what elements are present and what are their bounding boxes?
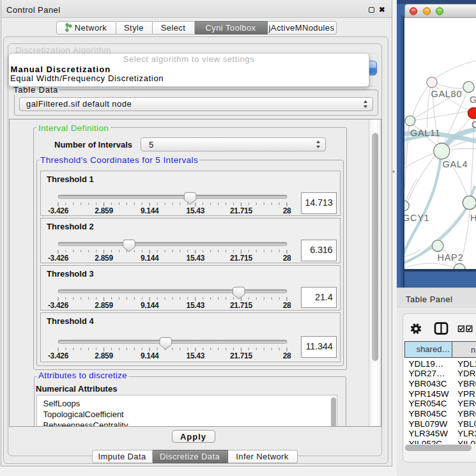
svg-text:15.43: 15.43 [187,254,205,263]
svg-text:C: C [472,119,476,130]
svg-text:21.715: 21.715 [230,206,253,215]
svg-text:9.144: 9.144 [141,301,159,310]
svg-text:2.859: 2.859 [95,351,113,360]
svg-text:2.859: 2.859 [95,301,113,310]
svg-text:GCY1: GCY1 [404,213,429,223]
svg-text:15.43: 15.43 [187,301,205,310]
svg-text:28: 28 [283,301,291,310]
svg-text:GAL4: GAL4 [442,159,468,169]
svg-text:9.144: 9.144 [141,351,159,360]
svg-text:9.144: 9.144 [141,254,159,263]
svg-text:21.715: 21.715 [230,301,253,310]
svg-text:-3.426: -3.426 [48,351,69,360]
svg-text:28: 28 [283,351,291,360]
svg-text:2.859: 2.859 [95,254,113,263]
svg-text:-3.426: -3.426 [48,206,69,215]
svg-text:GAL80: GAL80 [431,89,462,99]
svg-text:-3.426: -3.426 [48,301,69,310]
svg-text:-3.426: -3.426 [48,254,69,263]
svg-text:21.715: 21.715 [230,351,253,360]
svg-text:15.43: 15.43 [187,206,205,215]
svg-text:H: H [470,213,476,223]
svg-text:15.43: 15.43 [187,351,205,360]
svg-text:9.144: 9.144 [141,206,159,215]
svg-text:GAL11: GAL11 [410,128,441,138]
svg-text:2.859: 2.859 [95,206,113,215]
svg-text:21.715: 21.715 [230,254,253,263]
svg-text:GA: GA [470,95,476,105]
svg-text:28: 28 [283,206,291,215]
svg-text:28: 28 [283,254,291,263]
svg-text:HAP2: HAP2 [437,252,463,263]
